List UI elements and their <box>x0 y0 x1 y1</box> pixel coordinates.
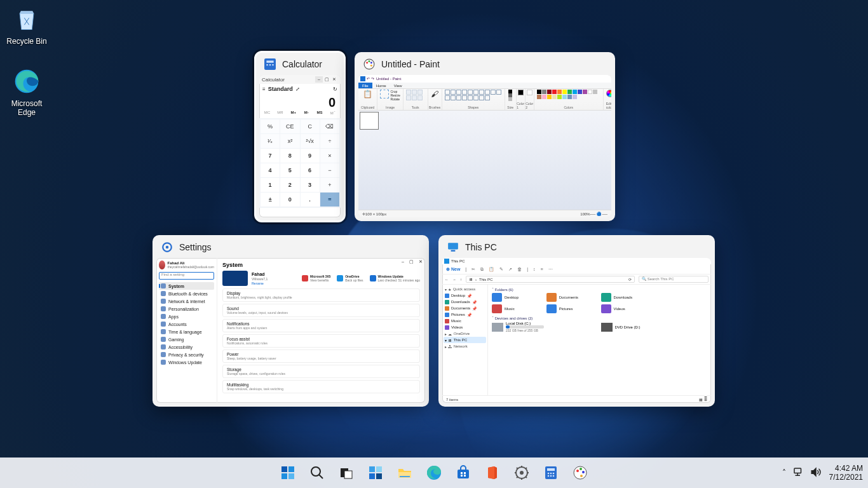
window-controls: –▢✕ <box>315 76 338 83</box>
device-thumbnail <box>222 271 248 286</box>
svg-point-10 <box>370 65 372 67</box>
svg-rect-15 <box>281 466 287 472</box>
svg-point-51 <box>550 475 552 477</box>
paint-qat: ↶↷ <box>360 76 374 81</box>
calculator-icon <box>264 58 276 70</box>
svg-rect-28 <box>400 476 410 477</box>
svg-point-9 <box>370 62 372 64</box>
drive-c[interactable]: Local Disk (C:)232 GB free of 255 GB <box>492 322 599 332</box>
svg-rect-58 <box>794 468 801 473</box>
svg-point-57 <box>580 475 583 477</box>
taskview-thumb-thispc[interactable]: This PC This PC ⊕ New |✂⧉📋✎↗🗑 |↕≡⋯ ←→↑ 🖥… <box>438 235 715 407</box>
svg-point-8 <box>369 60 370 62</box>
svg-rect-26 <box>376 473 382 479</box>
paint-ribbon[interactable]: 📋Clipboard CropResizeRotate Image Tools … <box>358 89 611 111</box>
explorer-nav-pane[interactable]: ▾ ★ Quick access Desktop 📌 Downloads 📌 D… <box>442 285 488 395</box>
paint-canvas[interactable] <box>360 112 379 130</box>
svg-rect-5 <box>272 64 273 65</box>
settings-list[interactable]: DisplayMonitors, brightness, night light… <box>222 288 420 393</box>
explorer-command-bar[interactable]: ⊕ New |✂⧉📋✎↗🗑 |↕≡⋯ <box>442 264 711 274</box>
calculator-display: 0 <box>259 94 341 111</box>
svg-rect-31 <box>461 472 463 474</box>
svg-line-20 <box>319 475 323 478</box>
svg-point-47 <box>548 473 550 475</box>
start-button[interactable] <box>275 460 301 485</box>
store-button[interactable] <box>451 460 476 485</box>
explorer-window-preview: This PC ⊕ New |✂⧉📋✎↗🗑 |↕≡⋯ ←→↑ 🖥›This PC… <box>442 258 711 403</box>
paint-icon <box>363 58 375 70</box>
taskview-thumb-title: This PC <box>465 242 497 252</box>
window-titlebar: ↶↷ Untitled - Paint <box>358 75 611 83</box>
taskbar-clock[interactable]: 4:42 AM 7/12/2021 <box>829 464 863 482</box>
taskview-thumb-title: Settings <box>179 242 212 252</box>
calculator-mode: Standard <box>268 86 293 92</box>
edge-button[interactable] <box>421 460 447 485</box>
network-icon[interactable] <box>792 466 804 480</box>
history-icon[interactable]: ↻ <box>333 86 337 92</box>
drive-d[interactable]: DVD Drive (D:) <box>601 322 708 332</box>
settings-window-preview: Fahad Alitheycallmefahadali@outlook.com … <box>156 258 425 403</box>
office-button[interactable] <box>480 460 505 485</box>
settings-nav[interactable]: System Bluetooth & devices Network & int… <box>159 282 214 366</box>
svg-line-44 <box>526 468 527 469</box>
svg-rect-33 <box>461 475 463 477</box>
svg-point-50 <box>548 475 550 477</box>
volume-icon[interactable] <box>810 466 822 480</box>
svg-rect-46 <box>547 468 555 471</box>
paint-ribbon-tabs[interactable]: File Home View <box>358 83 611 89</box>
keep-on-top-icon[interactable]: ⤢ <box>295 86 300 92</box>
settings-user[interactable]: Fahad Alitheycallmefahadali@outlook.com <box>159 261 214 269</box>
svg-line-43 <box>517 477 518 478</box>
calculator-keypad[interactable]: %CEC⌫ ¹⁄ₓx²²√x÷ 789× 456− 123+ ±0.= <box>259 118 341 208</box>
svg-rect-16 <box>288 466 294 472</box>
svg-point-54 <box>576 470 579 472</box>
desktop-icon-edge[interactable]: Microsoft Edge <box>3 66 51 117</box>
svg-point-12 <box>166 246 169 249</box>
tray-overflow-icon[interactable]: ˄ <box>782 468 786 477</box>
svg-rect-22 <box>344 471 352 478</box>
settings-page-title: System <box>222 262 420 268</box>
svg-rect-34 <box>464 475 466 477</box>
svg-point-19 <box>311 467 320 476</box>
svg-rect-2 <box>266 60 273 62</box>
desktop-icon-label: Microsoft Edge <box>11 99 43 117</box>
window-controls[interactable]: –▢✕ <box>402 259 423 264</box>
hamburger-icon[interactable]: ≡ <box>262 86 266 92</box>
calculator-window-preview: Calculator –▢✕ ≡ Standard ⤢ ↻ 0 MCMR M+M… <box>259 75 341 217</box>
settings-sidebar[interactable]: Fahad Alitheycallmefahadali@outlook.com … <box>156 258 217 403</box>
widgets-button[interactable] <box>363 460 388 485</box>
paint-canvas-area[interactable] <box>358 111 611 210</box>
svg-rect-23 <box>369 466 375 472</box>
monitor-icon <box>447 241 459 253</box>
taskview-thumb-title: Calculator <box>282 59 322 69</box>
svg-point-52 <box>553 475 555 477</box>
edge-icon <box>11 66 42 97</box>
svg-rect-4 <box>269 64 271 65</box>
settings-icon <box>161 241 173 253</box>
explorer-address-bar[interactable]: ←→↑ 🖥›This PC⟳ 🔍 Search This PC <box>442 274 711 285</box>
svg-rect-13 <box>448 243 458 249</box>
settings-search[interactable]: Find a setting <box>159 272 214 280</box>
search-button[interactable] <box>304 460 330 485</box>
taskbar-center <box>275 460 593 485</box>
taskview-thumb-title: Untitled - Paint <box>381 59 440 69</box>
taskview-thumb-paint[interactable]: Untitled - Paint ↶↷ Untitled - Paint Fil… <box>355 52 615 221</box>
settings-button[interactable] <box>509 460 534 485</box>
desktop-icon-recycle-bin[interactable]: Recycle Bin <box>3 4 51 46</box>
paint-window-preview: ↶↷ Untitled - Paint File Home View 📋Clip… <box>358 75 611 217</box>
svg-point-49 <box>553 473 555 475</box>
svg-point-36 <box>520 471 524 475</box>
taskview-thumb-calculator[interactable]: Calculator Calculator –▢✕ ≡ Standard ⤢ ↻… <box>255 52 344 221</box>
taskview-thumb-settings[interactable]: Settings Fahad Alitheycallmefahadali@out… <box>153 235 429 407</box>
explorer-button[interactable] <box>392 460 417 485</box>
recycle-bin-icon <box>11 4 42 34</box>
calculator-button[interactable] <box>538 460 564 485</box>
taskview-button[interactable] <box>334 460 359 485</box>
svg-marker-61 <box>811 468 816 476</box>
svg-rect-17 <box>281 473 287 479</box>
explorer-content[interactable]: ˅ Folders (6) Desktop Documents Download… <box>488 285 711 395</box>
svg-line-41 <box>517 468 518 469</box>
svg-rect-32 <box>464 472 466 474</box>
svg-point-56 <box>582 471 585 473</box>
paint-button[interactable] <box>567 460 593 485</box>
